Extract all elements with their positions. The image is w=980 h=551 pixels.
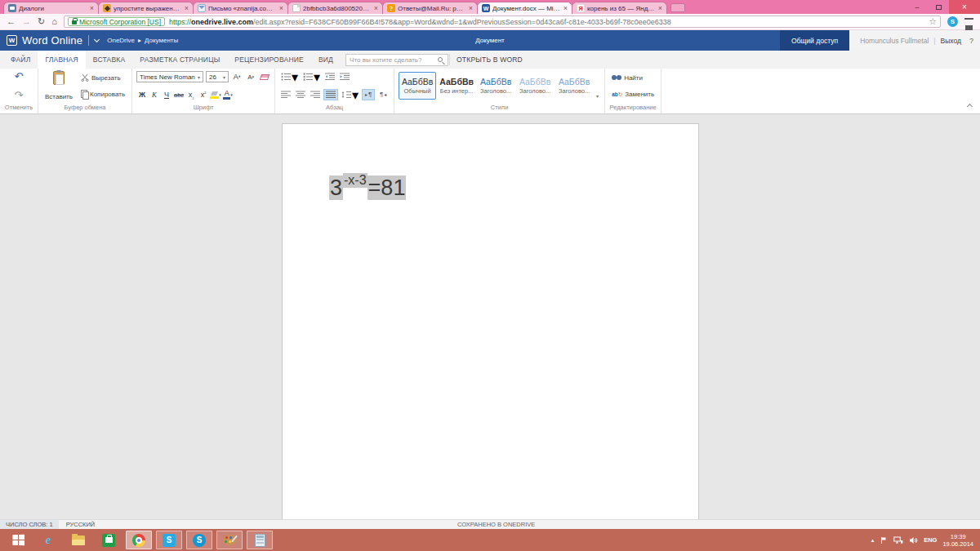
tab-mail-letter[interactable]: Письмо «znanija.com - п ×	[193, 2, 288, 14]
ltr-direction-button[interactable]: ▸ ¶	[362, 89, 375, 100]
show-hidden-icons[interactable]: ▴	[871, 537, 875, 544]
window-restore-button[interactable]	[928, 0, 949, 14]
word-logo-icon[interactable]: W	[7, 35, 17, 46]
tab-file[interactable]: ФАЙЛ	[3, 51, 38, 69]
tab-word-document[interactable]: W Документ.docx — Micros ×	[477, 2, 572, 14]
bold-button[interactable]: Ж	[136, 89, 148, 100]
paste-button[interactable]: Вставить	[42, 71, 75, 100]
forward-button[interactable]: →	[22, 17, 31, 26]
font-name-combo[interactable]: Times New Roman ▾	[136, 71, 203, 82]
share-button[interactable]: Общий доступ	[780, 30, 849, 51]
shrink-font-button[interactable]: A▾	[245, 71, 256, 82]
tab-close-icon[interactable]: ×	[469, 5, 473, 12]
align-left-button[interactable]	[279, 89, 292, 100]
highlight-button[interactable]: ▾	[210, 89, 221, 100]
language-indicator[interactable]: РУССКИЙ	[66, 521, 96, 528]
taskbar-clock[interactable]: 19:39 19.06.2014	[942, 533, 973, 548]
numbering-button[interactable]: ▾	[301, 71, 322, 82]
grow-font-button[interactable]: A▾	[231, 71, 243, 82]
tab-close-icon[interactable]: ×	[279, 5, 283, 12]
font-color-button[interactable]: А▾	[222, 89, 234, 100]
document-page[interactable]: 3-x-3=81	[282, 123, 699, 519]
taskbar-internet-explorer[interactable]: ab e	[35, 531, 61, 549]
superscript-button[interactable]: x²	[198, 89, 209, 100]
language-switcher[interactable]: ENG	[924, 536, 937, 544]
clear-formatting-button[interactable]	[259, 71, 270, 82]
align-center-button[interactable]	[294, 89, 307, 100]
justify-button[interactable]	[323, 89, 338, 100]
security-chip[interactable]: Microsoft Corporation [US]	[68, 17, 165, 26]
increase-indent-button[interactable]	[338, 71, 351, 82]
style-heading-1[interactable]: АаБбВв Заголово...	[477, 72, 514, 100]
skype-extension-icon[interactable]: S	[947, 16, 958, 27]
tab-yandex[interactable]: Я корень из 65 — Яндекс: н ×	[572, 2, 667, 14]
network-icon[interactable]	[893, 536, 903, 544]
help-button[interactable]: ?	[969, 37, 973, 45]
align-right-button[interactable]	[309, 89, 322, 100]
taskbar-skype-desktop[interactable]: S	[156, 531, 182, 549]
browser-menu-icon[interactable]	[964, 18, 973, 25]
tab-close-icon[interactable]: ×	[90, 5, 94, 12]
tab-close-icon[interactable]: ×	[374, 5, 378, 12]
new-tab-button[interactable]	[670, 3, 685, 12]
window-close-button[interactable]: ×	[949, 0, 980, 14]
subscript-button[interactable]: x₂	[185, 89, 197, 100]
line-spacing-button[interactable]: ▾	[340, 89, 360, 100]
tab-close-icon[interactable]: ×	[185, 5, 189, 12]
home-button[interactable]: ⌂	[51, 17, 57, 26]
taskbar-calculator[interactable]	[247, 531, 273, 549]
tab-dialogs[interactable]: Диалоги ×	[3, 2, 99, 14]
tab-page-layout[interactable]: РАЗМЕТКА СТРАНИЦЫ	[132, 51, 227, 69]
taskbar-store[interactable]	[96, 531, 122, 549]
more-styles-button[interactable]: ▾	[595, 93, 600, 100]
word-count[interactable]: ЧИСЛО СЛОВ: 1	[0, 520, 59, 529]
taskbar-chrome[interactable]	[126, 531, 152, 549]
rtl-direction-button[interactable]: ¶ ◂	[376, 89, 390, 100]
action-center-flag-icon[interactable]	[880, 536, 888, 544]
style-heading-2[interactable]: АаБбВв Заголово...	[516, 72, 554, 100]
cut-button[interactable]: Вырезать	[78, 71, 127, 84]
chevron-down-icon[interactable]	[94, 37, 100, 42]
style-heading-3[interactable]: АаБбВв Заголово...	[555, 72, 593, 100]
italic-button[interactable]: К	[149, 89, 160, 100]
font-size-combo[interactable]: 26 ▾	[206, 71, 229, 82]
taskbar-skype[interactable]: S	[186, 531, 212, 549]
volume-icon[interactable]	[909, 536, 918, 544]
tab-view[interactable]: ВИД	[311, 51, 341, 69]
back-button[interactable]: ←	[7, 17, 16, 26]
bookmark-star-icon[interactable]: ☆	[929, 16, 937, 27]
tab-review[interactable]: РЕЦЕНЗИРОВАНИЕ	[227, 51, 311, 69]
decrease-indent-button[interactable]	[323, 71, 336, 82]
reload-button[interactable]: ↻	[38, 17, 45, 26]
open-in-word-button[interactable]: ОТКРЫТЬ В WORD	[457, 51, 523, 69]
tab-insert[interactable]: ВСТАВКА	[86, 51, 133, 69]
window-minimize-button[interactable]: –	[906, 0, 928, 14]
document-canvas: 3-x-3=81	[0, 114, 980, 519]
undo-button[interactable]: ↶	[15, 71, 24, 82]
copy-icon	[81, 90, 87, 98]
find-button[interactable]: Найти	[609, 71, 657, 84]
style-normal[interactable]: АаБбВв Обычный	[399, 72, 436, 100]
strikethrough-button[interactable]: abc	[173, 89, 185, 100]
tab-home[interactable]: ГЛАВНАЯ	[38, 51, 85, 69]
address-bar[interactable]: Microsoft Corporation [US] https://onedr…	[64, 16, 941, 28]
tab-znanija[interactable]: упростите выражение4√ ×	[98, 2, 194, 14]
start-button[interactable]	[5, 531, 31, 549]
sign-out-link[interactable]: Выход	[941, 37, 961, 45]
breadcrumb-onedrive[interactable]: OneDrive	[107, 37, 135, 44]
tell-me-input[interactable]	[345, 54, 448, 66]
taskbar-file-explorer[interactable]	[65, 531, 91, 549]
bullets-button[interactable]: ▾	[279, 71, 300, 82]
style-no-spacing[interactable]: АаБбВв Без интер...	[438, 72, 475, 100]
tab-close-icon[interactable]: ×	[564, 5, 568, 12]
underline-button[interactable]: Ч	[161, 89, 172, 100]
equation-text[interactable]: 3-x-3=81	[329, 173, 406, 200]
breadcrumb-documents[interactable]: Документы	[145, 37, 178, 44]
tab-document-hash[interactable]: 2bfbbcb3a6d800520897d0 ×	[287, 2, 383, 14]
replace-button[interactable]: ab↻ Заменить	[609, 87, 657, 100]
copy-button[interactable]: Копировать	[78, 87, 127, 100]
redo-button[interactable]: ↷	[15, 90, 24, 100]
tab-otvety[interactable]: ? Ответы@Mail.Ru: разлож ×	[382, 2, 478, 14]
taskbar-paint[interactable]	[216, 531, 243, 549]
tab-close-icon[interactable]: ×	[658, 5, 662, 12]
